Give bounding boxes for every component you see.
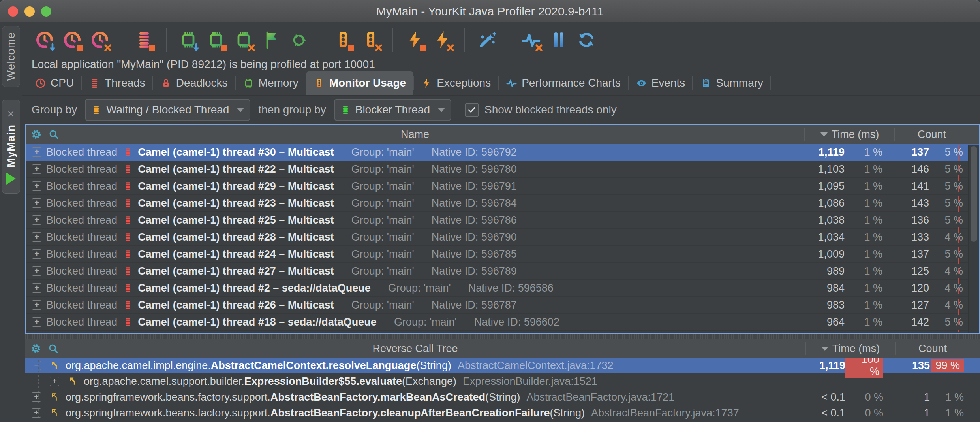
thread-name-cell: +Blocked threadCamel (camel-1) thread #1… <box>26 316 793 328</box>
tab-events[interactable]: Events <box>629 71 693 95</box>
toolbar-button-inspections[interactable] <box>476 28 498 52</box>
expand-icon[interactable]: + <box>32 232 41 242</box>
toolbar-button-start-cpu-profiling[interactable] <box>34 28 56 52</box>
count-percent: 5 % <box>929 180 969 192</box>
column-header-count[interactable]: Count <box>895 342 969 355</box>
toolbar-button-stop-exception-recording[interactable] <box>404 28 426 52</box>
thread-icon <box>123 283 133 293</box>
threads-table-header: Name Time (ms) Count <box>26 125 979 144</box>
expand-icon[interactable]: + <box>32 317 41 327</box>
expand-icon[interactable]: + <box>32 283 41 293</box>
status-line: Local application "MyMain" (PID 89212) i… <box>22 58 980 71</box>
thread-row[interactable]: +Blocked threadCamel (camel-1) thread #2… <box>26 195 979 212</box>
column-header-count[interactable]: Count <box>894 128 969 141</box>
tab-threads[interactable]: Threads <box>82 71 152 95</box>
toolbar-button-clear-cpu-data[interactable] <box>89 28 111 52</box>
expand-icon[interactable]: + <box>32 266 41 276</box>
refresh-icon <box>576 30 597 50</box>
tab-summary[interactable]: Summary <box>693 71 770 95</box>
column-header-time[interactable]: Time (ms) <box>805 342 895 355</box>
thread-row[interactable]: +Blocked threadCamel (camel-1) thread #3… <box>26 331 979 332</box>
gear-icon[interactable] <box>30 128 42 140</box>
search-icon[interactable] <box>48 128 60 140</box>
search-icon[interactable] <box>47 343 59 354</box>
thread-row[interactable]: +Blocked threadCamel (camel-1) thread #2… <box>26 229 979 246</box>
group-by-dropdown[interactable]: Waiting / Blocked Thread <box>85 99 250 121</box>
vertical-scrollbar[interactable] <box>968 145 979 333</box>
sidebar-tab-mymain[interactable]: × MyMain <box>2 100 20 194</box>
expand-icon[interactable]: + <box>32 249 41 259</box>
expand-icon[interactable]: + <box>32 215 41 225</box>
toolbar-button-start-allocation-recording[interactable] <box>177 28 199 52</box>
tab-cpu[interactable]: CPU <box>28 71 81 95</box>
tab-memory[interactable]: Memory <box>236 71 306 95</box>
expand-icon[interactable]: + <box>32 392 41 402</box>
time-percent: 1 % <box>845 299 890 311</box>
tab-label: Summary <box>716 77 763 89</box>
thread-group: Group: 'main' <box>351 265 414 277</box>
call-tree-row[interactable]: +org.apache.camel.support.builder.Expres… <box>25 373 980 389</box>
toolbar <box>22 22 980 58</box>
toolbar-button-refresh[interactable] <box>575 28 597 52</box>
call-tree-row[interactable]: −org.apache.camel.impl.engine.AbstractCa… <box>25 358 980 373</box>
splitter[interactable] <box>25 334 980 339</box>
expand-icon[interactable]: + <box>32 181 41 191</box>
thread-row[interactable]: +Blocked threadCamel (camel-1) thread #2… <box>26 178 979 195</box>
thread-row[interactable]: +Blocked threadCamel (camel-1) thread #2… <box>26 263 979 280</box>
toolbar-button-pause-telemetry[interactable] <box>548 28 570 52</box>
toolbar-button-clear-allocation-data[interactable] <box>233 28 255 52</box>
close-session-icon[interactable]: × <box>8 109 15 119</box>
call-tree-row[interactable]: +org.springframework.beans.factory.suppo… <box>25 389 980 405</box>
then-group-by-dropdown[interactable]: Blocker Thread <box>334 99 451 121</box>
tab-performance-charts[interactable]: Performance Charts <box>499 71 628 95</box>
frame-method: AbstractCamelContext.resolveLanguage <box>211 360 417 372</box>
thread-row[interactable]: +Blocked threadCamel (camel-1) thread #2… <box>26 212 979 229</box>
expand-icon[interactable]: + <box>50 377 59 386</box>
sidebar-tab-welcome[interactable]: Welcome <box>2 26 20 87</box>
expand-icon[interactable]: + <box>32 300 41 310</box>
thread-group: Group: 'main' <box>351 231 414 243</box>
frame-package: org.springframework.beans.factory.suppor… <box>66 391 270 403</box>
toolbar-button-stop-allocation-recording[interactable] <box>205 28 227 52</box>
toolbar-button-stop-thread-telemetry[interactable] <box>133 28 155 52</box>
collapse-icon[interactable]: − <box>32 361 41 370</box>
toolbar-button-clear-telemetry[interactable] <box>520 28 542 52</box>
tab-monitor-usage[interactable]: Monitor Usage <box>306 71 413 95</box>
count-percent: 4 % <box>929 231 969 243</box>
tab-deadlocks[interactable]: Deadlocks <box>153 71 235 95</box>
blocked-thread-label: Blocked thread <box>46 282 117 294</box>
column-header-time[interactable]: Time (ms) <box>804 128 894 141</box>
toolbar-button-stop-monitor-profiling[interactable] <box>332 28 354 52</box>
expand-icon[interactable]: + <box>32 147 41 157</box>
thread-row[interactable]: +Blocked threadCamel (camel-1) thread #2… <box>26 161 979 178</box>
toolbar-button-set-flag[interactable] <box>260 28 282 52</box>
count-percent: 5 % <box>929 197 969 209</box>
scrollbar-thumb[interactable] <box>971 146 977 242</box>
thread-row[interactable]: +Blocked threadCamel (camel-1) thread #1… <box>26 314 979 331</box>
thread-name: Camel (camel-1) thread #22 – Multicast <box>138 163 334 175</box>
expand-icon[interactable]: + <box>32 164 41 174</box>
toolbar-button-clear-monitor-data[interactable] <box>360 28 382 52</box>
toolbar-button-force-garbage-collection[interactable] <box>288 28 310 52</box>
thread-name: Camel (camel-1) thread #2 – seda://dataQ… <box>138 282 371 294</box>
show-blocked-only-checkbox[interactable] <box>465 103 479 117</box>
toolbar-button-clear-exception-data[interactable] <box>432 28 454 52</box>
expand-icon[interactable]: + <box>32 198 41 208</box>
expand-icon[interactable]: + <box>32 408 41 418</box>
call-tree-row[interactable]: +org.springframework.beans.factory.suppo… <box>25 405 980 421</box>
frame-package: org.apache.camel.support.builder. <box>84 375 244 388</box>
thread-row[interactable]: +Blocked threadCamel (camel-1) thread #2… <box>26 280 979 297</box>
tab-exceptions[interactable]: Exceptions <box>414 71 498 95</box>
count-value: 127 <box>890 299 929 311</box>
gear-icon[interactable] <box>30 343 42 354</box>
thread-row[interactable]: +Blocked threadCamel (camel-1) thread #2… <box>26 246 979 263</box>
thread-name: Camel (camel-1) thread #30 – Multicast <box>138 146 334 158</box>
thread-native-id: Native ID: 596790 <box>432 231 517 243</box>
toolbar-button-stop-cpu-profiling[interactable] <box>61 28 83 52</box>
clockOutline-icon <box>35 77 46 89</box>
column-header-name[interactable]: Name <box>26 128 804 141</box>
thread-row[interactable]: +Blocked threadCamel (camel-1) thread #2… <box>26 297 979 314</box>
time-value: < 0.1 <box>794 391 845 403</box>
thread-row[interactable]: +Blocked threadCamel (camel-1) thread #3… <box>26 144 979 161</box>
back-trace-arrow-icon <box>51 360 61 371</box>
